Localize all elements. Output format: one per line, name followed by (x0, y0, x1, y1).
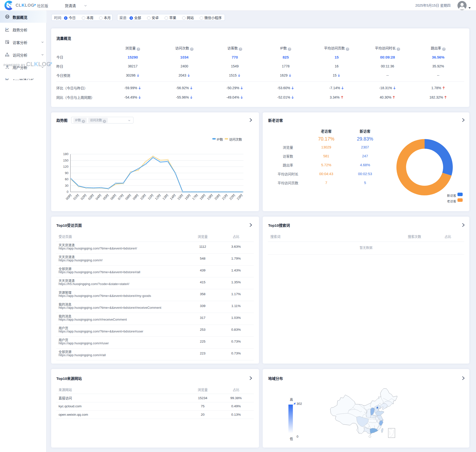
svg-text:23时: 23时 (236, 193, 243, 201)
svg-text:18时: 18时 (199, 193, 206, 201)
svg-text:06时: 06时 (110, 193, 117, 201)
svg-text:150: 150 (63, 159, 68, 162)
svg-text:60: 60 (65, 177, 68, 181)
svg-text:16时: 16时 (184, 193, 191, 201)
svg-text:03时: 03时 (87, 193, 95, 201)
svg-text:17时: 17时 (192, 193, 199, 201)
svg-text:19时: 19时 (206, 193, 214, 201)
svg-text:12时: 12时 (154, 193, 162, 201)
svg-text:02时: 02时 (80, 193, 87, 201)
svg-text:13时: 13时 (162, 193, 169, 201)
svg-text:11时: 11时 (147, 193, 154, 201)
svg-text:07时: 07时 (117, 193, 125, 201)
svg-text:08时: 08时 (125, 193, 132, 201)
svg-text:20时: 20时 (214, 193, 221, 201)
svg-text:04时: 04时 (95, 193, 102, 201)
svg-text:120: 120 (63, 165, 68, 168)
svg-text:10时: 10时 (139, 193, 147, 201)
svg-text:01时: 01时 (72, 193, 80, 201)
svg-text:09时: 09时 (132, 193, 139, 201)
svg-text:30: 30 (65, 184, 68, 187)
svg-text:15时: 15时 (176, 193, 184, 201)
svg-text:90: 90 (65, 171, 68, 175)
svg-text:14时: 14时 (169, 193, 176, 201)
svg-text:05时: 05时 (102, 193, 109, 201)
svg-text:0: 0 (67, 190, 68, 194)
svg-text:22时: 22时 (229, 193, 236, 201)
svg-text:21时: 21时 (221, 193, 229, 201)
svg-text:180: 180 (63, 152, 68, 156)
svg-text:00时: 00时 (65, 193, 72, 201)
